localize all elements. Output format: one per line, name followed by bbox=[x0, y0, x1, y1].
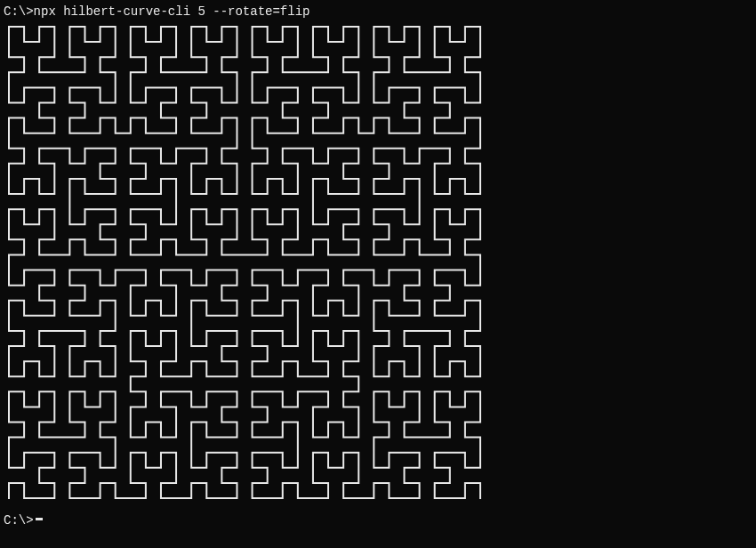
prompt-2: C:\> bbox=[4, 513, 34, 528]
hilbert-curve-svg bbox=[7, 25, 482, 500]
hilbert-curve-output bbox=[7, 25, 752, 504]
prompt-1: C:\> bbox=[4, 4, 34, 19]
cursor-icon bbox=[36, 518, 43, 520]
command-line-2[interactable]: C:\> bbox=[4, 512, 752, 528]
terminal[interactable]: C:\> npx hilbert-curve-cli 5 --rotate=fl… bbox=[0, 0, 756, 548]
command-line-1: C:\> npx hilbert-curve-cli 5 --rotate=fl… bbox=[4, 4, 752, 20]
command-text: npx hilbert-curve-cli 5 --rotate=flip bbox=[34, 4, 310, 19]
